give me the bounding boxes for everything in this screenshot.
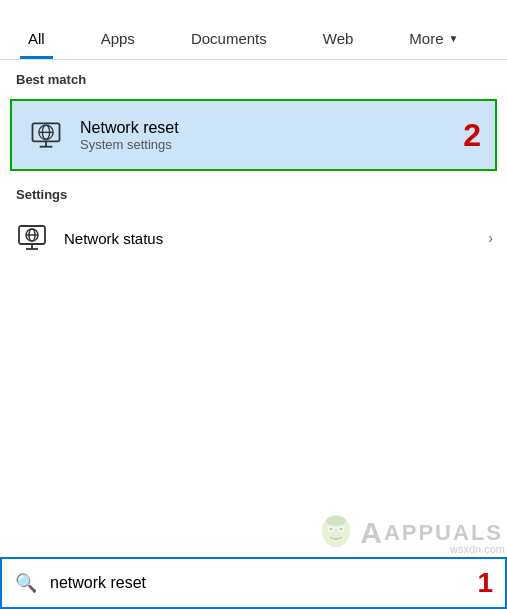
tab-apps[interactable]: Apps	[73, 30, 163, 59]
wsxdn-watermark: wsxdn.com	[450, 543, 505, 555]
search-input[interactable]	[42, 574, 477, 592]
best-match-title: Network reset	[80, 119, 481, 137]
tab-all[interactable]: All	[0, 30, 73, 59]
network-status-title: Network status	[64, 230, 488, 247]
chevron-down-icon: ▼	[449, 33, 459, 44]
search-icon: 🔍	[10, 567, 42, 599]
content-area: Best match Network reset System settings	[0, 60, 507, 557]
tab-web[interactable]: Web	[295, 30, 382, 59]
svg-point-15	[330, 528, 333, 531]
chevron-right-icon: ›	[488, 230, 493, 246]
best-match-subtitle: System settings	[80, 137, 481, 152]
network-status-item[interactable]: Network status ›	[0, 210, 507, 266]
best-match-item[interactable]: Network reset System settings 2	[10, 99, 497, 171]
step-badge-2: 2	[463, 117, 481, 154]
network-reset-icon	[26, 115, 66, 155]
step-badge-1: 1	[477, 567, 493, 599]
appuals-letter-a: A	[360, 516, 382, 550]
tab-more-label: More	[409, 30, 443, 47]
best-match-text: Network reset System settings	[80, 119, 481, 152]
settings-label: Settings	[0, 175, 507, 210]
best-match-label: Best match	[0, 60, 507, 95]
tab-bar: All Apps Documents Web More ▼	[0, 0, 507, 60]
network-status-icon	[14, 220, 50, 256]
search-bar: 🔍 1	[0, 557, 507, 609]
tab-more[interactable]: More ▼	[381, 30, 486, 59]
svg-point-17	[326, 516, 346, 526]
svg-point-16	[340, 528, 343, 531]
tab-documents[interactable]: Documents	[163, 30, 295, 59]
